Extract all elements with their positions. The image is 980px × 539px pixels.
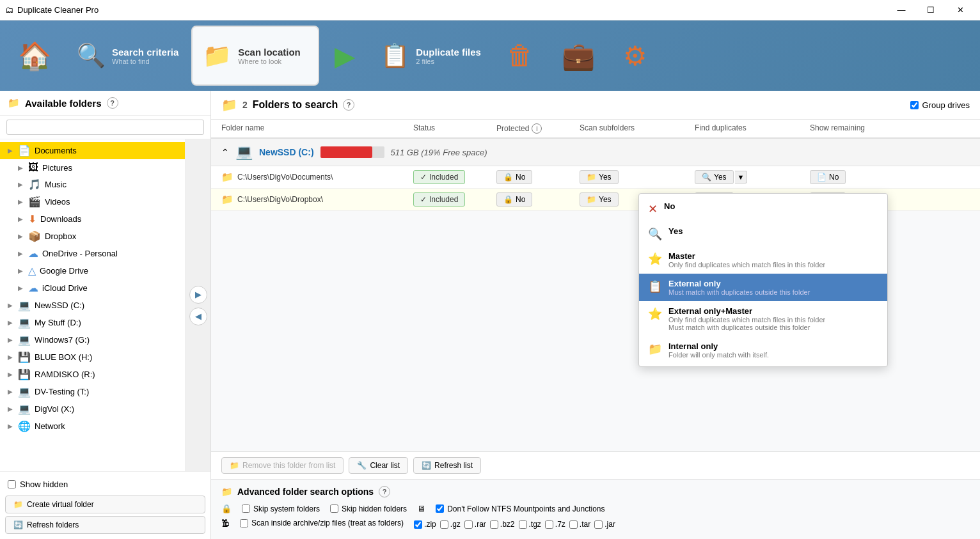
add-to-list-button[interactable]: ▶ xyxy=(189,286,207,304)
tab-duplicate-files[interactable]: 📋 Duplicate files 2 files xyxy=(370,26,491,86)
tree-label-windows7: Windows7 (G:) xyxy=(35,335,90,345)
tree-item-ramdisko[interactable]: ▶ 💾 RAMDISKO (R:) xyxy=(0,366,185,383)
dd-option-internal-only[interactable]: 📁 Internal only Folder will only match w… xyxy=(639,336,887,364)
find-dup-dropdown-1[interactable]: ▼ xyxy=(735,171,748,184)
tree-item-music[interactable]: ▶ 🎵 Music xyxy=(0,176,185,193)
duplicate-icon: 📋 xyxy=(381,42,409,69)
sidebar-help-icon[interactable]: ? xyxy=(107,97,118,109)
minimize-button[interactable]: — xyxy=(887,0,916,20)
refresh-folders-button[interactable]: 🔄 Refresh folders xyxy=(5,516,205,534)
icloud-icon: ☁ xyxy=(28,282,38,294)
tree-item-windows7[interactable]: ▶ 💻 Windows7 (G:) xyxy=(0,331,185,348)
clear-list-button[interactable]: 🔧 Clear list xyxy=(349,457,408,474)
fmt-7z-checkbox[interactable] xyxy=(545,520,553,529)
fmt-zip-checkbox[interactable] xyxy=(414,520,422,529)
tab-search-criteria[interactable]: 🔍 Search criteria What to find xyxy=(67,26,189,86)
skip-hidden-option[interactable]: Skip hidden folders xyxy=(330,504,407,513)
tree-label-onedrive: OneDrive - Personal xyxy=(42,249,118,258)
mystuff-icon: 💻 xyxy=(18,316,31,329)
protected-info-icon[interactable]: i xyxy=(532,123,542,134)
scan-sub-icon-1: 📁 xyxy=(587,173,596,182)
sidebar-search-input[interactable] xyxy=(6,120,204,135)
fmt-tgz-checkbox[interactable] xyxy=(519,520,527,529)
no-follow-ntfs-option[interactable]: Don't Follow NTFS Mountpoints and Juncti… xyxy=(436,504,605,513)
tree-item-newssd[interactable]: ▶ 💻 NewSSD (C:) xyxy=(0,297,185,314)
col-scan-subfolders: Scan subfolders xyxy=(580,123,695,134)
protected-button-2[interactable]: 🔒 No xyxy=(496,192,532,207)
dd-option-master[interactable]: ⭐ Master Only find duplicates which matc… xyxy=(639,246,887,274)
dd-option-external-master[interactable]: ⭐ External only+Master Only find duplica… xyxy=(639,301,887,336)
tree-item-documents[interactable]: ▶ 📄 Documents xyxy=(0,142,185,159)
tree-item-dvtesting[interactable]: ▶ 💻 DV-Testing (T:) xyxy=(0,383,185,400)
pictures-icon: 🖼 xyxy=(28,162,38,173)
fmt-gz-checkbox[interactable] xyxy=(440,520,448,529)
close-button[interactable]: ✕ xyxy=(945,0,975,20)
scan-archive-checkbox[interactable] xyxy=(240,519,248,527)
tab-play[interactable]: ▶ xyxy=(322,26,368,86)
drive-name: NewSSD (C:) xyxy=(259,147,314,157)
panel-help-icon[interactable]: ? xyxy=(343,99,354,111)
maximize-button[interactable]: ☐ xyxy=(916,0,945,20)
tab-settings[interactable]: ⚙ xyxy=(610,26,660,86)
tab-briefcase[interactable]: 💼 xyxy=(549,26,608,86)
dd-option-external-only[interactable]: 📋 External only Must match with duplicat… xyxy=(639,274,887,301)
fmt-rar: .rar xyxy=(464,520,486,529)
skip-system-checkbox[interactable] xyxy=(242,504,250,513)
show-hidden-option[interactable]: Show hidden xyxy=(5,477,205,492)
scan-sub-button-2[interactable]: 📁 Yes xyxy=(580,192,619,207)
tab-scan-location[interactable]: 📁 Scan location Where to look xyxy=(191,26,319,86)
fmt-jar-checkbox[interactable] xyxy=(594,520,603,529)
tab-delete[interactable]: 🗑 xyxy=(494,26,546,86)
advanced-help-icon[interactable]: ? xyxy=(379,486,390,497)
status-button-2[interactable]: ✓ Included xyxy=(413,192,465,207)
group-drives-checkbox[interactable] xyxy=(910,101,919,109)
drive-header: ⌃ 💻 NewSSD (C:) 511 GB (19% Free space) xyxy=(211,138,980,166)
no-follow-ntfs-checkbox[interactable] xyxy=(436,504,444,513)
panel-title-text: Folders to search xyxy=(253,99,338,111)
documents-icon: 📄 xyxy=(18,145,31,157)
scan-sub-button-1[interactable]: 📁 Yes xyxy=(580,170,619,184)
dvtesting-icon: 💻 xyxy=(18,386,31,398)
fmt-rar-checkbox[interactable] xyxy=(464,520,473,529)
skip-hidden-checkbox[interactable] xyxy=(330,504,338,513)
scan-sub-icon-2: 📁 xyxy=(587,195,596,204)
bluebox-icon: 💾 xyxy=(18,351,31,363)
collapse-arrow[interactable]: ⌃ xyxy=(221,147,229,157)
search-criteria-label: Search criteria What to find xyxy=(112,47,178,65)
skip-system-option[interactable]: Skip system folders xyxy=(242,504,320,513)
status-button-1[interactable]: ✓ Included xyxy=(413,170,465,184)
create-virtual-folder-button[interactable]: 📁 Create virtual folder xyxy=(5,496,205,513)
remove-folder-button[interactable]: 📁 Remove this folder from list xyxy=(221,457,344,474)
remove-from-list-button[interactable]: ◀ xyxy=(189,308,207,325)
tree-item-mystuff[interactable]: ▶ 💻 My Stuff (D:) xyxy=(0,314,185,331)
dd-option-no[interactable]: ✕ No xyxy=(639,196,887,221)
tree-item-googledrive[interactable]: ▶ △ Google Drive xyxy=(0,262,185,279)
find-dup-button-1[interactable]: 🔍 Yes xyxy=(695,170,734,184)
tree-item-digvol[interactable]: ▶ 💻 DigVol (X:) xyxy=(0,400,185,418)
tab-home[interactable]: 🏠 xyxy=(5,26,64,86)
tree-item-onedrive[interactable]: ▶ ☁ OneDrive - Personal xyxy=(0,245,185,262)
tree-item-network[interactable]: ▶ 🌐 Network xyxy=(0,418,185,435)
tree-item-pictures[interactable]: ▶ 🖼 Pictures xyxy=(0,159,185,176)
fmt-tar-checkbox[interactable] xyxy=(569,520,578,529)
tree-item-bluebox[interactable]: ▶ 💾 BLUE BOX (H:) xyxy=(0,348,185,366)
clear-icon: 🔧 xyxy=(357,461,367,470)
tree-item-downloads[interactable]: ▶ ⬇ Downloads xyxy=(0,210,185,228)
dd-option-yes[interactable]: 🔍 Yes xyxy=(639,221,887,246)
scan-archive-option[interactable]: Scan inside archive/zip files (treat as … xyxy=(240,519,404,527)
tree-label-googledrive: Google Drive xyxy=(40,266,88,276)
dd-yes-text: Yes xyxy=(668,226,683,236)
show-hidden-checkbox[interactable] xyxy=(8,480,16,488)
show-rem-cell-1: 📄 No xyxy=(810,170,906,184)
show-rem-button-1[interactable]: 📄 No xyxy=(810,170,846,184)
refresh-list-button[interactable]: 🔄 Refresh list xyxy=(413,457,481,474)
fmt-bz2-checkbox[interactable] xyxy=(490,520,498,529)
fmt-tgz: .tgz xyxy=(519,520,541,529)
group-drives-option[interactable]: Group drives xyxy=(910,100,970,110)
protected-button-1[interactable]: 🔒 No xyxy=(496,170,532,184)
tree-item-videos[interactable]: ▶ 🎬 Videos xyxy=(0,193,185,210)
fmt-tar: .tar xyxy=(569,520,590,529)
tree-item-dropbox[interactable]: ▶ 📦 Dropbox xyxy=(0,228,185,245)
group-drives-label: Group drives xyxy=(922,100,970,110)
tree-item-icloud[interactable]: ▶ ☁ iCloud Drive xyxy=(0,279,185,297)
